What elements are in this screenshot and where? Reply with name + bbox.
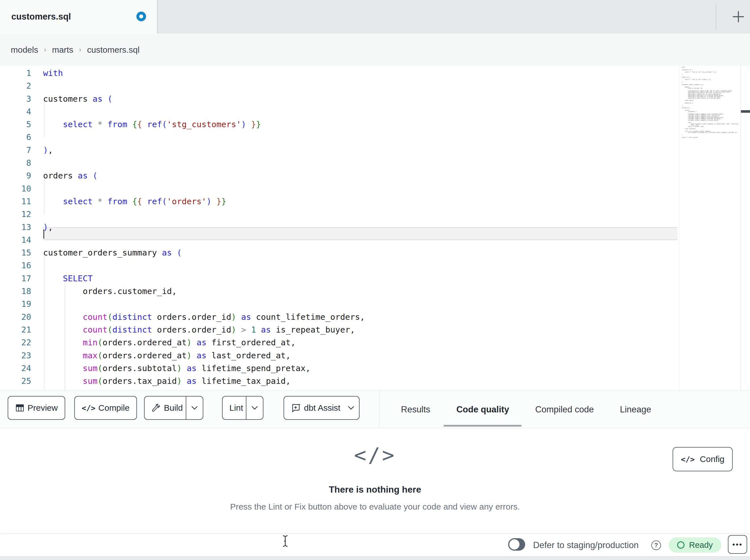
breadcrumb-item-marts[interactable]: marts [52,45,73,55]
minimap[interactable]: with customers as ( select * from {{ ref… [679,66,741,390]
scrollbar-thumb[interactable] [741,110,750,113]
empty-state-title: There is nothing here [0,484,750,495]
build-label[interactable]: Build [161,403,186,413]
line-number: 17 [0,272,31,285]
code-line-12[interactable] [43,208,365,221]
editor-scrollbar[interactable] [741,66,750,390]
tab-customers-sql[interactable]: customers.sql [0,0,158,34]
preview-label: Preview [25,403,65,413]
line-number: 18 [0,285,31,298]
line-number: 9 [0,169,31,182]
build-split-button: Build [144,396,203,420]
code-line-13[interactable]: ), [43,221,365,234]
code-editor[interactable]: 1234567891011121314151617181920212223242… [0,66,750,390]
line-number: 26 [0,388,31,390]
code-line-22[interactable]: min(orders.ordered_at) as first_ordered_… [43,336,365,349]
line-number: 13 [0,221,31,234]
line-number: 23 [0,349,31,362]
code-line-20[interactable]: count(distinct orders.order_id) as count… [43,311,365,324]
code-line-1[interactable]: with [43,67,365,80]
code-line-21[interactable]: count(distinct orders.order_id) > 1 as i… [43,324,365,336]
tab-results[interactable]: Results [401,391,430,428]
line-number: 4 [0,105,31,118]
defer-label: Defer to staging/production [533,534,638,557]
code-line-14[interactable] [43,234,365,246]
status-bar: Defer to staging/production ? Ready ••• [0,534,750,556]
line-number: 10 [0,182,31,195]
code-line-26[interactable]: sum(orders.order_total) as lifetime_spen… [43,388,365,390]
ready-circle-icon [677,541,685,549]
line-number: 3 [0,92,31,105]
line-number: 8 [0,157,31,169]
ready-label: Ready [689,540,713,550]
line-number: 5 [0,118,31,131]
code-line-23[interactable]: max(orders.ordered_at) as last_ordered_a… [43,349,365,362]
minimap-content: with customers as ( select * from {{ ref… [679,66,741,138]
tab-compiled-code[interactable]: Compiled code [535,391,594,428]
code-line-2[interactable] [43,80,365,92]
defer-toggle[interactable] [508,538,525,551]
line-number: 11 [0,195,31,208]
line-number: 15 [0,246,31,259]
dbt-assist-dropdown[interactable] [343,406,359,410]
empty-state-subtitle: Press the Lint or Fix button above to ev… [0,502,750,512]
status-badge: Ready [669,537,722,553]
code-line-8[interactable] [43,157,365,169]
more-options-button[interactable]: ••• [728,535,747,554]
build-dropdown[interactable] [186,397,203,419]
code-line-6[interactable] [43,131,365,144]
toolbar-tabs-divider [379,391,379,428]
code-line-16[interactable] [43,259,365,272]
code-line-4[interactable] [43,105,365,118]
code-content[interactable]: with customers as ( select * from {{ ref… [43,66,365,390]
plus-icon [731,9,746,24]
breadcrumb-row: models › marts › customers.sql Save [0,34,750,66]
code-line-25[interactable]: sum(orders.tax_paid) as lifetime_tax_pai… [43,375,365,388]
lint-split-button: Lint [222,396,263,420]
compile-label: Compile [96,403,136,413]
chevron-down-icon [191,406,198,410]
tab-lineage[interactable]: Lineage [620,391,651,428]
code-line-5[interactable]: select * from {{ ref('stg_customers') }} [43,118,365,131]
lint-dropdown[interactable] [246,397,263,419]
code-line-3[interactable]: customers as ( [43,92,365,105]
tab-code-quality[interactable]: Code quality [456,391,509,428]
preview-button[interactable]: Preview [8,396,65,420]
lint-label[interactable]: Lint [222,403,246,413]
wrench-icon [145,403,161,413]
chevron-down-icon [251,406,258,410]
code-line-15[interactable]: customer_orders_summary as ( [43,246,365,259]
line-number: 6 [0,131,31,144]
help-icon[interactable]: ? [651,540,661,550]
code-line-10[interactable] [43,182,365,195]
ibeam-cursor [281,535,289,547]
footer-strip [0,556,750,560]
assistant-chat-icon [284,403,301,413]
code-icon: </> [75,403,96,412]
breadcrumb-separator: › [44,45,46,54]
line-number: 2 [0,80,31,92]
toggle-knob [509,539,519,549]
new-tab-button[interactable] [728,6,749,28]
line-number: 22 [0,336,31,349]
dbt-assist-label: dbt Assist [301,403,343,413]
code-line-11[interactable]: select * from {{ ref('orders') }} [43,195,365,208]
panel-tabs: ResultsCode qualityCompiled codeLineage [386,391,651,428]
code-line-9[interactable]: orders as ( [43,169,365,182]
line-number: 24 [0,362,31,375]
dbt-assist-button[interactable]: dbt Assist [283,396,359,420]
tabbar-divider [716,3,716,30]
tab-label: customers.sql [11,12,71,22]
line-number: 7 [0,144,31,157]
code-line-17[interactable]: SELECT [43,272,365,285]
line-number: 20 [0,311,31,324]
compile-button[interactable]: </> Compile [74,396,137,420]
code-line-24[interactable]: sum(orders.subtotal) as lifetime_spend_p… [43,362,365,375]
unsaved-changes-indicator [136,12,146,21]
line-number: 1 [0,67,31,80]
code-line-18[interactable]: orders.customer_id, [43,285,365,298]
code-line-19[interactable] [43,298,365,310]
code-line-7[interactable]: ), [43,144,365,157]
dbt-ide-window: customers.sql models › marts › customers… [0,0,750,560]
breadcrumb-item-models[interactable]: models [11,45,38,55]
